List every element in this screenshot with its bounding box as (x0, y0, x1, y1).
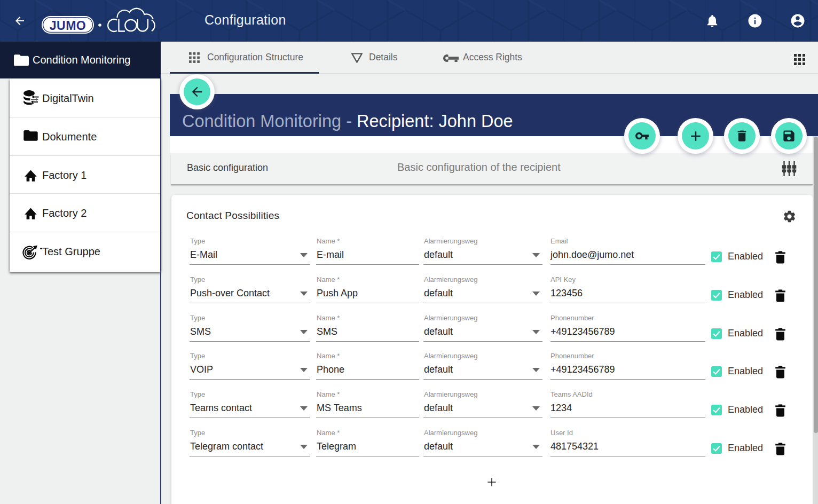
svg-text:JUMO: JUMO (50, 19, 86, 33)
